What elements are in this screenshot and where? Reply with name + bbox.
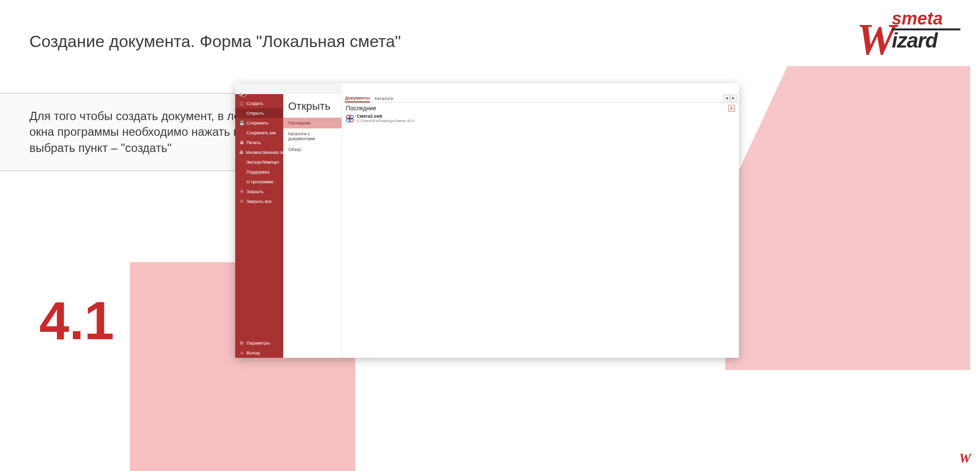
- file-menu-item-label: Экспорт/Импорт: [246, 160, 279, 165]
- file-type-icon: [346, 115, 354, 123]
- save-icon: 💾: [239, 121, 244, 125]
- file-menu-multiprint[interactable]: 🖶 Множественная печать: [235, 148, 283, 157]
- brand-corner-mark: W: [959, 450, 971, 466]
- file-menu-item-label: Параметры: [246, 341, 270, 346]
- recent-file-path: C:\Users\Ек\Desktop\Сметы 421\: [357, 119, 415, 123]
- file-menu-settings[interactable]: ⚙ Параметры: [235, 338, 283, 348]
- file-menu-save[interactable]: 💾 Сохранить: [235, 118, 283, 128]
- open-side-panel: Открыть Последние Каталоги с документами…: [283, 83, 342, 358]
- file-menu-close[interactable]: ⎘ Закрыть: [235, 187, 283, 197]
- file-menu-item-label: Поддержка: [246, 170, 270, 174]
- print-icon: 🖶: [239, 140, 244, 145]
- decorative-triangle: [725, 66, 970, 370]
- tab-catalogs[interactable]: Каталоги: [375, 95, 393, 102]
- slide-title: Создание документа. Форма "Локальная сме…: [29, 32, 401, 51]
- file-menu-print[interactable]: 🖶 Печать: [235, 138, 283, 148]
- file-menu-item-label: Сохранить: [246, 121, 269, 125]
- file-menu-exit[interactable]: ⎋ Выход: [235, 348, 283, 358]
- logo-mark: W: [857, 24, 893, 55]
- file-menu-close-all[interactable]: ⎘ Закрыть все: [235, 197, 283, 206]
- file-menu-item-label: Сохранить как: [246, 130, 276, 135]
- open-tabs: Документы Каталоги ◄ ►: [342, 94, 739, 103]
- file-menu-item-label: Печать: [246, 140, 261, 145]
- slide-number: 4.1: [39, 289, 114, 351]
- file-menu-save-as[interactable]: Сохранить как: [235, 128, 283, 138]
- svg-point-3: [346, 118, 350, 122]
- close-all-icon: ⎘: [239, 199, 244, 204]
- recent-section-title: Последние: [346, 105, 376, 112]
- open-side-browse[interactable]: Обзор: [283, 144, 342, 155]
- file-menu-export-import[interactable]: Экспорт/Импорт: [235, 157, 283, 167]
- file-menu-item-label: Создать: [246, 101, 263, 106]
- open-main-panel: Документы Каталоги ◄ ► Последние ×: [342, 83, 739, 358]
- close-doc-icon: ⎘: [239, 189, 244, 194]
- multiprint-icon: 🖶: [239, 150, 244, 155]
- cursor-icon: [240, 93, 245, 98]
- file-menu-open[interactable]: Открыть: [235, 108, 283, 118]
- app-window: Базы данных — □ × ▢ Создать Открыть: [235, 83, 739, 358]
- recent-file-name: Смета2.sw5: [357, 114, 415, 119]
- open-heading: Открыть: [283, 94, 342, 118]
- file-menu-about[interactable]: О программе: [235, 177, 283, 187]
- tab-documents[interactable]: Документы: [345, 95, 370, 102]
- exit-icon: ⎋: [239, 350, 244, 355]
- file-menu-item-label: О программе: [246, 179, 273, 184]
- tab-scroll-right[interactable]: ►: [730, 95, 737, 101]
- file-menu-support[interactable]: Поддержка: [235, 167, 283, 177]
- clear-recent-button[interactable]: ×: [728, 105, 735, 112]
- gear-icon: ⚙: [239, 341, 244, 346]
- file-menu-item-label: Открыть: [246, 111, 264, 116]
- document-icon: ▢: [239, 101, 244, 106]
- brand-logo: W smeta izard: [857, 10, 960, 55]
- file-menu-sidebar: ▢ Создать Открыть 💾 Сохранить Сохранить …: [235, 83, 283, 358]
- open-side-catalogs[interactable]: Каталоги с документами: [283, 128, 342, 144]
- tab-scroll-left[interactable]: ◄: [723, 95, 730, 101]
- file-menu-item-label: Закрыть все: [246, 199, 271, 204]
- file-menu-item-label: Выход: [246, 350, 260, 355]
- recent-file-row[interactable]: Смета2.sw5 C:\Users\Ек\Desktop\Сметы 421…: [342, 113, 739, 124]
- open-side-recent[interactable]: Последние: [283, 118, 342, 128]
- back-button[interactable]: [238, 87, 248, 97]
- logo-line1: smeta: [892, 10, 960, 27]
- logo-line2: izard: [892, 30, 960, 51]
- file-menu-item-label: Закрыть: [246, 189, 264, 194]
- file-menu-create[interactable]: ▢ Создать: [235, 99, 283, 108]
